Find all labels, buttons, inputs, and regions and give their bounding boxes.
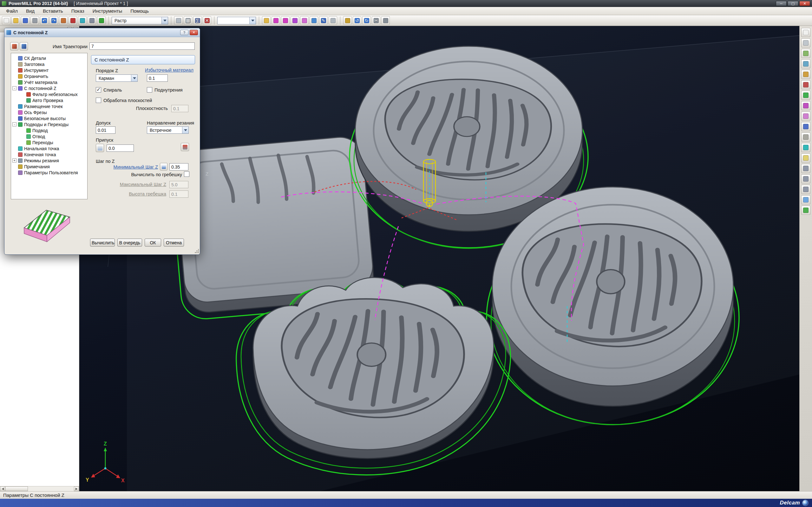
tree-expander[interactable]: [12, 80, 16, 84]
tree-item[interactable]: + Режимы резания: [11, 158, 87, 164]
view-frame-icon[interactable]: [801, 28, 810, 37]
menu-item[interactable]: Вид: [22, 7, 39, 14]
tree-expander[interactable]: [12, 56, 16, 60]
cancel-button[interactable]: Отмена: [164, 239, 184, 246]
tree-expander[interactable]: [12, 68, 16, 72]
grid-icon[interactable]: ▦: [184, 16, 192, 25]
min-stepdown-link[interactable]: Минимальный Шаг Z: [111, 164, 158, 170]
undercut-checkbox[interactable]: [147, 87, 152, 93]
tree-item[interactable]: Ось Фрезы: [11, 109, 87, 115]
workplane-show-icon[interactable]: [801, 122, 810, 131]
tree-expander[interactable]: [12, 74, 16, 78]
tree-expander[interactable]: [20, 128, 25, 132]
boundary-create-icon[interactable]: [271, 16, 280, 25]
strategy-page-1-button[interactable]: [10, 42, 18, 50]
tree-expander[interactable]: [12, 104, 16, 108]
tool-icon[interactable]: [68, 16, 77, 25]
spiral-checkbox[interactable]: [96, 87, 101, 93]
statistics-icon[interactable]: ∑: [193, 16, 202, 25]
menu-item[interactable]: Вставить: [39, 7, 67, 14]
strategy-page-2-button[interactable]: [20, 42, 28, 50]
refresh-view-icon[interactable]: [801, 206, 810, 215]
shaded-view-icon[interactable]: [801, 49, 810, 58]
tree-expander[interactable]: [12, 62, 16, 66]
tolerance-input[interactable]: [96, 126, 115, 134]
toolpath-calc-icon[interactable]: [174, 16, 183, 25]
tree-item[interactable]: Учёт материала: [11, 79, 87, 85]
excess-material-input[interactable]: [147, 74, 168, 82]
tree-item[interactable]: Подвод: [11, 127, 87, 133]
measure-icon[interactable]: [343, 16, 352, 25]
thickness-input[interactable]: [107, 145, 134, 152]
redo-icon[interactable]: ↷: [49, 16, 58, 25]
front-view-icon[interactable]: [801, 174, 810, 183]
calculator-icon[interactable]: [88, 16, 96, 25]
tree-expander[interactable]: [20, 98, 25, 102]
cut-direction-select[interactable]: Встречное: [147, 126, 189, 134]
tool-show-icon[interactable]: [801, 80, 810, 89]
raster-strategy-select[interactable]: Растр: [112, 17, 168, 24]
boundary-show-icon[interactable]: [801, 101, 810, 110]
close-tab-icon[interactable]: ✕: [203, 16, 211, 25]
tree-expander[interactable]: [12, 153, 16, 157]
tree-item[interactable]: Конечная точка: [11, 152, 87, 158]
rotate-right-icon[interactable]: ↻: [362, 16, 371, 25]
toolpath-name-input[interactable]: [90, 43, 195, 50]
tree-expander[interactable]: [12, 147, 16, 151]
menu-item[interactable]: Инструменты: [89, 7, 126, 14]
dialog-help-button[interactable]: ?: [180, 30, 189, 35]
block-icon[interactable]: [59, 16, 67, 25]
z-order-select[interactable]: Карман: [96, 74, 138, 82]
dynamic-shade-icon[interactable]: [801, 59, 810, 68]
flats-checkbox[interactable]: [96, 98, 101, 103]
tree-item[interactable]: Примечания: [11, 164, 87, 170]
tree-item[interactable]: Размещение точек: [11, 103, 87, 109]
close-button[interactable]: ✕: [799, 1, 810, 6]
pencil-icon[interactable]: ✎: [319, 16, 328, 25]
tree-item[interactable]: - С постоянной Z: [11, 85, 87, 91]
menu-item[interactable]: Файл: [2, 7, 22, 14]
tree-item[interactable]: СК Детали: [11, 55, 87, 61]
ok-button[interactable]: ОК: [145, 239, 161, 246]
explorer-scrollbar[interactable]: [0, 486, 79, 491]
rotate-left-icon[interactable]: ↺: [353, 16, 361, 25]
eraser-icon[interactable]: [328, 16, 337, 25]
tree-item[interactable]: Отвод: [11, 133, 87, 139]
tree-item[interactable]: Ограничить: [11, 73, 87, 79]
tree-item[interactable]: Фильтр небезопасных: [11, 91, 87, 97]
cusp-calc-checkbox[interactable]: [184, 171, 189, 177]
tree-item[interactable]: - Подводы и Переходы: [11, 121, 87, 127]
tree-expander[interactable]: [20, 92, 25, 96]
new-project-icon[interactable]: [2, 16, 10, 25]
dialog-close-button[interactable]: ✕: [190, 30, 198, 35]
dialog-titlebar[interactable]: С постоянной Z ? ✕: [4, 28, 200, 37]
stepdown-calculator-button[interactable]: [160, 163, 167, 170]
component-thickness-button[interactable]: [181, 143, 189, 151]
open-project-icon[interactable]: [11, 16, 20, 25]
iso-view-icon[interactable]: [801, 153, 810, 163]
delcam-leaf-icon[interactable]: [97, 16, 106, 25]
simulate-icon[interactable]: [801, 143, 810, 152]
menu-item[interactable]: Помощь: [126, 7, 153, 14]
calculate-button[interactable]: Вычислить: [90, 239, 115, 246]
scissors-icon[interactable]: ✂: [372, 16, 380, 25]
maximize-button[interactable]: ▢: [788, 1, 798, 6]
zoom-fit-icon[interactable]: [801, 195, 810, 205]
tree-item[interactable]: Переходы: [11, 139, 87, 146]
scroll-right-icon[interactable]: [74, 487, 79, 491]
resize-grip[interactable]: [194, 249, 199, 253]
min-stepdown-input[interactable]: [169, 163, 189, 170]
tree-expander[interactable]: [20, 140, 25, 145]
tree-item[interactable]: Безопасные высоты: [11, 115, 87, 121]
scrollbar-thumb[interactable]: [5, 487, 28, 491]
tree-item[interactable]: Начальная точка: [11, 146, 87, 152]
undo-icon[interactable]: ↶: [40, 16, 49, 25]
tree-expander[interactable]: [12, 116, 16, 120]
view-filter-select[interactable]: [217, 17, 256, 24]
feeds-icon[interactable]: [78, 16, 87, 25]
queue-button[interactable]: В очередь: [117, 239, 142, 246]
pattern-show-icon[interactable]: [801, 112, 810, 121]
boundary-clip-icon[interactable]: [291, 16, 299, 25]
tree-item[interactable]: Авто Проверка: [11, 97, 87, 103]
pattern-icon[interactable]: [300, 16, 309, 25]
